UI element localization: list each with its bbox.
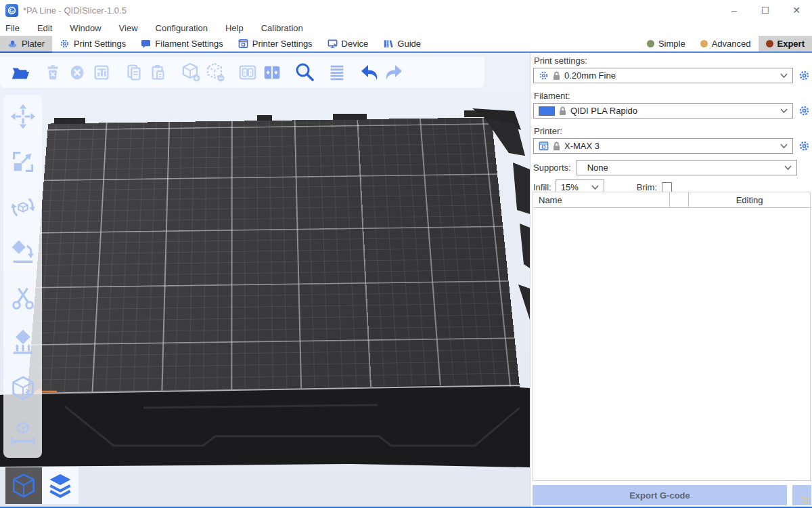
measure-icon[interactable] <box>8 419 38 449</box>
add-instance-icon[interactable] <box>179 60 203 85</box>
arrange-icon[interactable] <box>89 60 114 85</box>
lock-icon <box>553 71 560 81</box>
delete-icon[interactable] <box>41 60 65 85</box>
close-button[interactable]: ✕ <box>781 1 812 20</box>
maximize-button[interactable]: ☐ <box>750 1 781 20</box>
mode-advanced[interactable]: Advanced <box>693 36 759 51</box>
menu-window[interactable]: Window <box>70 22 109 35</box>
export-extra-icon <box>800 497 809 503</box>
filament-combo[interactable]: QIDI PLA Rapido <box>533 103 793 119</box>
gear-icon <box>60 39 70 49</box>
infill-label: Infill: <box>533 182 551 192</box>
tab-bar: Plater Print Settings Filament Settings … <box>0 36 812 53</box>
brim-label: Brim: <box>637 182 657 192</box>
open-folder-icon[interactable] <box>8 60 32 85</box>
split-parts-icon[interactable] <box>260 60 284 85</box>
seam-painting-icon[interactable] <box>8 374 38 404</box>
paint-supports-icon[interactable] <box>8 329 38 358</box>
export-gcode-button[interactable]: Export G-code <box>533 485 787 505</box>
chevron-down-icon <box>780 144 788 148</box>
object-list-header: Name Editing <box>533 192 810 208</box>
filament-icon <box>141 39 151 49</box>
move-icon[interactable] <box>8 102 38 131</box>
printer-label: Printer: <box>534 126 811 136</box>
chevron-down-icon <box>784 165 792 170</box>
app-logo-icon <box>5 4 18 17</box>
brim-checkbox[interactable] <box>662 182 672 192</box>
mode-simple[interactable]: Simple <box>639 36 693 51</box>
supports-label: Supports: <box>533 163 571 173</box>
window-title: *PA Line - QIDISlicer-1.0.5 <box>23 5 127 16</box>
tab-print-settings[interactable]: Print Settings <box>52 36 133 51</box>
left-toolbar <box>3 95 42 458</box>
tab-printer-settings[interactable]: Printer Settings <box>231 36 320 51</box>
menu-view[interactable]: View <box>119 22 146 35</box>
printer-icon <box>238 39 248 49</box>
lock-icon <box>559 106 566 116</box>
infill-value: 15% <box>561 182 579 192</box>
printer-gear-button[interactable] <box>798 140 810 152</box>
chevron-down-icon <box>591 185 599 190</box>
variable-layer-height-icon[interactable] <box>325 60 349 85</box>
supports-value: None <box>582 163 608 173</box>
monitor-icon <box>328 39 338 49</box>
redo-icon[interactable] <box>382 60 406 85</box>
view-switch <box>5 467 78 504</box>
menu-help[interactable]: Help <box>225 22 252 35</box>
cut-icon[interactable] <box>8 283 38 313</box>
column-mid[interactable] <box>670 192 689 207</box>
editor-3d-icon[interactable] <box>5 467 42 504</box>
menu-calibration[interactable]: Calibration <box>261 22 311 35</box>
settings-sidebar: Print settings: 0.20mm Fine Filament: QI… <box>530 53 812 507</box>
menu-edit[interactable]: Edit <box>37 22 60 35</box>
printer-icon <box>539 141 549 151</box>
menu-bar: File Edit Window View Configuration Help… <box>0 20 812 36</box>
tab-guide[interactable]: Guide <box>376 36 428 51</box>
undo-icon[interactable] <box>357 60 382 85</box>
tab-filament-settings[interactable]: Filament Settings <box>133 36 230 51</box>
tab-plater[interactable]: Plater <box>0 36 52 51</box>
scale-icon[interactable] <box>8 147 38 177</box>
print-settings-value: 0.20mm Fine <box>564 70 616 81</box>
books-icon <box>383 39 393 49</box>
supports-combo[interactable]: None <box>577 160 797 175</box>
delete-all-icon[interactable] <box>65 60 89 85</box>
filament-gear-button[interactable] <box>798 105 810 117</box>
remove-instance-icon[interactable] <box>203 60 227 85</box>
preview-layers-icon[interactable] <box>42 467 78 504</box>
menu-configuration[interactable]: Configuration <box>156 22 216 35</box>
print-settings-gear-button[interactable] <box>798 70 810 82</box>
menu-file[interactable]: File <box>5 22 28 35</box>
place-on-face-icon[interactable] <box>8 238 38 268</box>
column-name[interactable]: Name <box>533 192 670 207</box>
advanced-dot-icon <box>700 40 708 47</box>
object-list[interactable]: Name Editing <box>533 192 811 481</box>
expert-dot-icon <box>766 40 773 47</box>
mode-expert[interactable]: Expert <box>759 36 812 51</box>
title-bar: *PA Line - QIDISlicer-1.0.5 – ☐ ✕ <box>0 0 812 20</box>
print-settings-combo[interactable]: 0.20mm Fine <box>533 68 793 83</box>
print-settings-label: Print settings: <box>534 56 811 66</box>
print-bed <box>27 117 520 395</box>
plater-icon <box>7 39 18 49</box>
copy-icon[interactable] <box>122 60 146 85</box>
chevron-down-icon <box>780 73 788 78</box>
minimize-button[interactable]: – <box>719 1 750 20</box>
filament-color-swatch <box>539 106 555 116</box>
export-options-button[interactable] <box>792 485 811 505</box>
paste-icon[interactable] <box>146 60 171 85</box>
tab-device[interactable]: Device <box>320 36 376 51</box>
filament-label: Filament: <box>534 91 811 101</box>
simple-dot-icon <box>647 40 654 47</box>
lock-icon <box>553 142 560 151</box>
search-icon[interactable] <box>292 60 317 85</box>
top-toolbar <box>0 57 484 88</box>
column-editing[interactable]: Editing <box>689 192 810 207</box>
chevron-down-icon <box>780 108 788 113</box>
printer-combo[interactable]: X-MAX 3 <box>533 138 793 154</box>
filament-value: QIDI PLA Rapido <box>570 106 637 116</box>
gear-icon <box>539 70 549 81</box>
split-objects-icon[interactable] <box>235 60 260 85</box>
rotate-icon[interactable] <box>8 192 38 222</box>
3d-viewport[interactable] <box>0 53 530 507</box>
